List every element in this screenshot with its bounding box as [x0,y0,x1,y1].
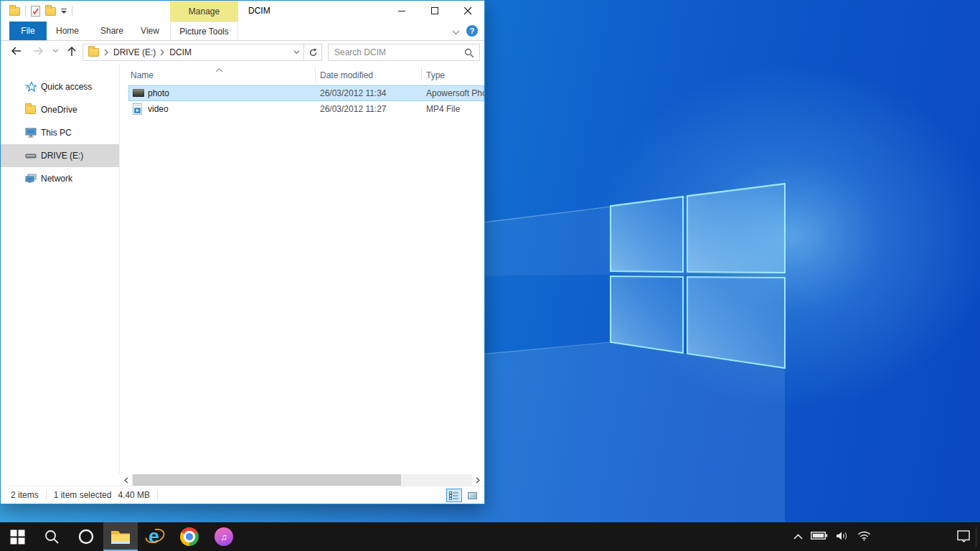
status-bar: 2 items 1 item selected 4.40 MB [1,486,484,504]
tab-file[interactable]: File [9,22,47,40]
contextual-tab-group-manage[interactable]: Manage [170,1,238,22]
sidebar-item-label: Network [41,167,72,190]
help-icon[interactable]: ? [466,25,478,37]
file-row-photo[interactable]: photo 26/03/2012 11:34 Apowersoft Pho [128,85,484,101]
separator [46,490,47,500]
taskbar-buttons: e ♫ [0,522,241,551]
scroll-right-arrow-icon[interactable] [472,474,484,486]
chevron-down-icon[interactable] [289,50,303,55]
qat-customize-icon[interactable] [61,9,67,14]
view-switcher [446,489,480,502]
breadcrumb-drive[interactable]: DRIVE (E:) [109,44,160,60]
drive-icon [25,150,37,161]
sort-ascending-icon[interactable] [215,65,223,75]
start-button[interactable] [0,522,34,551]
breadcrumb-dcim[interactable]: DCIM [165,44,196,60]
separator [72,6,72,17]
file-list: Name Date modified Type photo 26/03/2012… [120,64,484,474]
properties-check-icon[interactable] [31,6,40,17]
taskbar-internet-explorer-button[interactable]: e [138,522,172,551]
cortana-button[interactable] [69,522,103,551]
windows-start-icon [10,529,25,545]
sidebar-item-quick-access[interactable]: Quick access [1,75,119,98]
column-separator[interactable] [421,67,422,81]
sidebar-item-network[interactable]: Network [1,167,119,190]
volume-icon[interactable] [836,531,849,543]
column-separator[interactable] [315,67,316,81]
file-type: Apowersoft Pho [426,85,484,101]
column-headers: Name Date modified Type [120,64,484,85]
action-center-button[interactable] [957,522,971,551]
hidden-icons-chevron-icon[interactable] [793,532,803,542]
search-box [328,44,480,61]
taskbar-itunes-button[interactable]: ♫ [207,522,241,551]
large-icons-view-icon[interactable] [464,489,480,502]
forward-arrow-icon[interactable] [32,46,44,56]
new-folder-icon[interactable] [45,7,56,16]
photo-thumbnail-icon [133,88,144,99]
sidebar-item-this-pc[interactable]: This PC [1,121,119,144]
separator [25,6,26,17]
taskbar-chrome-button[interactable] [172,522,207,551]
file-row-video[interactable]: video 26/03/2012 11:27 MP4 File [128,101,484,117]
back-arrow-icon[interactable] [11,46,22,56]
scrollbar-track[interactable] [132,474,472,486]
recent-locations-chevron-icon[interactable] [52,49,59,53]
scroll-left-arrow-icon[interactable] [121,474,132,486]
horizontal-scrollbar [121,474,484,486]
internet-explorer-icon: e [144,526,166,547]
sidebar-item-drive-e[interactable]: DRIVE (E:) [1,144,119,167]
search-icon[interactable] [464,48,474,60]
refresh-icon[interactable] [304,44,322,61]
caption-buttons [385,1,484,22]
search-input[interactable] [329,44,479,60]
search-icon [44,529,60,545]
maximize-button[interactable] [418,1,451,22]
details-view-icon[interactable] [446,489,462,502]
close-button[interactable] [451,1,484,22]
address-bar-row: DRIVE (E:) DCIM [1,41,484,64]
taskbar-file-explorer-button[interactable] [103,522,138,551]
chrome-icon [180,527,199,546]
tab-home[interactable]: Home [47,22,88,40]
scrollbar-thumb[interactable] [133,474,401,486]
quick-access-toolbar [9,1,72,22]
tab-view[interactable]: View [133,22,167,40]
column-header-name[interactable]: Name [131,70,154,80]
file-name: video [148,101,169,117]
selection-count: 1 item selected [54,490,112,500]
sidebar-item-label: DRIVE (E:) [41,144,83,167]
sidebar-item-label: This PC [41,121,72,144]
tab-share[interactable]: Share [93,22,131,40]
sidebar-item-label: OneDrive [41,98,77,121]
file-explorer-window: Manage DCIM File Home Share View Picture… [0,0,485,504]
quick-access-star-icon [25,81,37,93]
window-title: DCIM [248,1,270,22]
battery-icon[interactable] [811,531,828,542]
title-bar: Manage DCIM [1,1,484,22]
breadcrumb-chevron-icon[interactable] [104,48,109,57]
taskbar: e ♫ [0,522,980,551]
folder-icon[interactable] [9,7,20,16]
file-type: MP4 File [426,101,460,117]
expand-ribbon-chevron-icon[interactable] [452,27,460,37]
column-header-date-modified[interactable]: Date modified [320,70,373,80]
address-bar[interactable]: DRIVE (E:) DCIM [83,44,304,61]
this-pc-icon [25,127,37,138]
sidebar-item-onedrive[interactable]: OneDrive [1,98,119,121]
show-desktop-strip[interactable] [976,527,976,547]
file-name: photo [148,85,169,101]
sidebar-item-label: Quick access [41,75,92,98]
minimize-button[interactable] [385,1,418,22]
file-date-modified: 26/03/2012 11:27 [320,101,387,117]
breadcrumb-chevron-icon[interactable] [160,48,165,57]
items-count: 2 items [11,490,39,500]
taskbar-search-button[interactable] [34,522,69,551]
column-header-type[interactable]: Type [426,70,445,80]
wifi-icon[interactable] [857,531,871,543]
up-arrow-icon[interactable] [67,46,77,57]
tab-picture-tools[interactable]: Picture Tools [170,22,238,40]
itunes-icon: ♫ [215,527,233,546]
ribbon-tab-row: File Home Share View Picture Tools ? [1,22,484,41]
explorer-main: Quick access OneDrive This PC [1,64,484,474]
